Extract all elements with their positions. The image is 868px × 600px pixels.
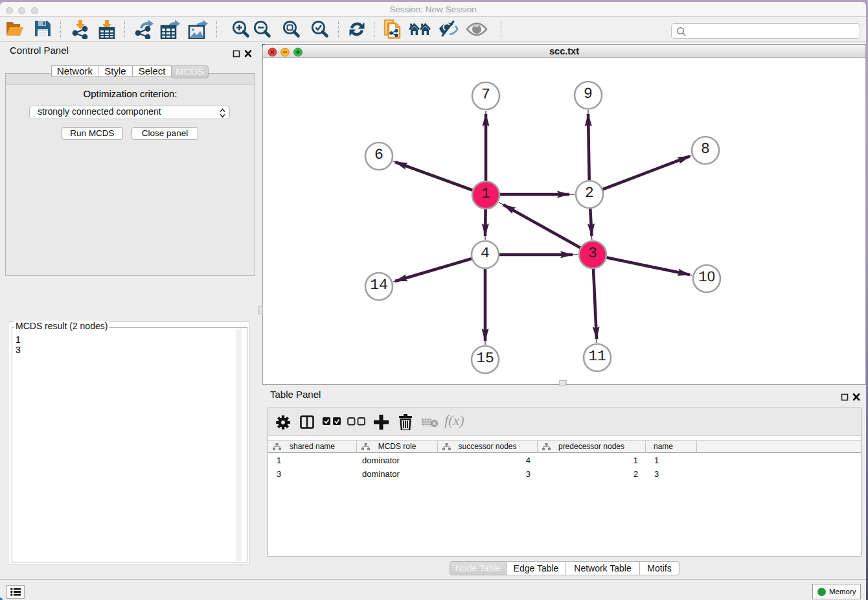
svg-text:3: 3 [588, 245, 597, 262]
svg-text:11: 11 [588, 348, 606, 365]
svg-text:8: 8 [701, 141, 710, 157]
svg-text:6: 6 [374, 146, 383, 163]
svg-text:9: 9 [584, 86, 593, 102]
svg-text:15: 15 [476, 350, 494, 367]
svg-text:7: 7 [481, 86, 490, 103]
svg-text:10: 10 [698, 268, 715, 286]
svg-text:2: 2 [585, 185, 594, 202]
svg-text:14: 14 [370, 277, 388, 294]
svg-text:1: 1 [481, 185, 490, 202]
svg-text:4: 4 [481, 245, 490, 262]
